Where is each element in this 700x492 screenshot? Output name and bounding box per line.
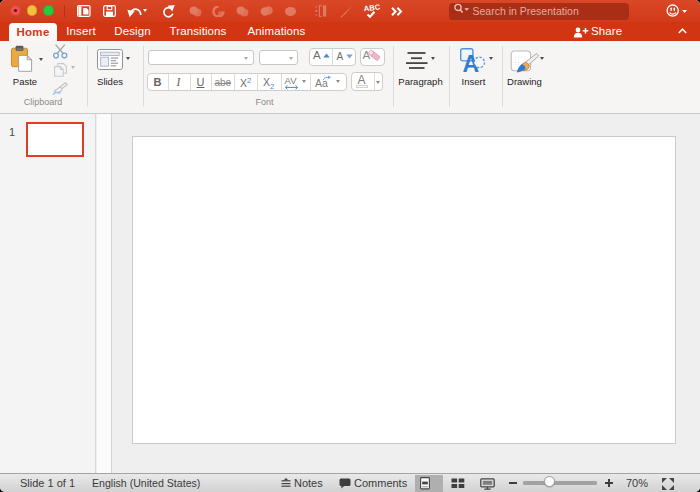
svg-text:ABC: ABC (363, 3, 380, 13)
